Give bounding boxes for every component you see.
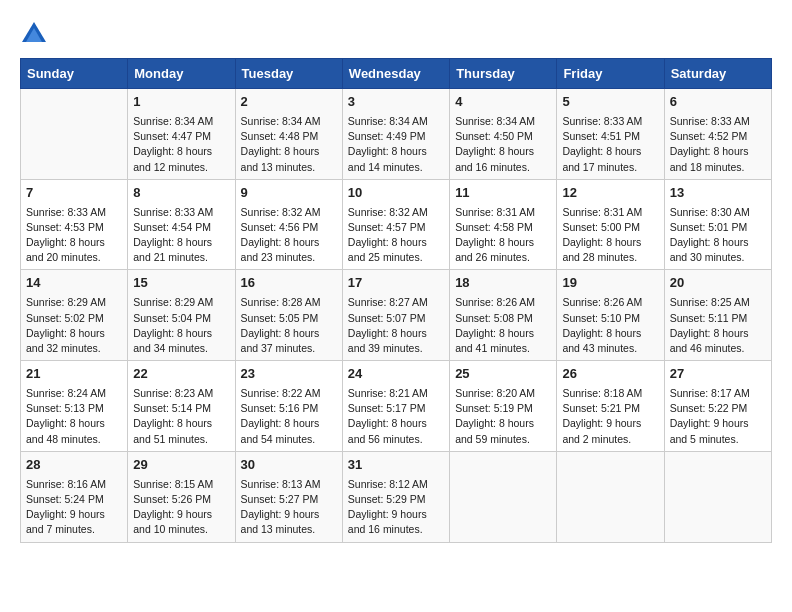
logo <box>20 20 52 48</box>
header-cell-friday: Friday <box>557 59 664 89</box>
calendar-cell <box>664 451 771 542</box>
day-info: Sunrise: 8:22 AM Sunset: 5:16 PM Dayligh… <box>241 386 337 447</box>
day-number: 22 <box>133 365 229 384</box>
calendar-cell: 28Sunrise: 8:16 AM Sunset: 5:24 PM Dayli… <box>21 451 128 542</box>
day-info: Sunrise: 8:29 AM Sunset: 5:04 PM Dayligh… <box>133 295 229 356</box>
day-number: 25 <box>455 365 551 384</box>
calendar-cell: 10Sunrise: 8:32 AM Sunset: 4:57 PM Dayli… <box>342 179 449 270</box>
header-cell-monday: Monday <box>128 59 235 89</box>
calendar-table: SundayMondayTuesdayWednesdayThursdayFrid… <box>20 58 772 543</box>
calendar-cell: 12Sunrise: 8:31 AM Sunset: 5:00 PM Dayli… <box>557 179 664 270</box>
header-cell-wednesday: Wednesday <box>342 59 449 89</box>
day-info: Sunrise: 8:13 AM Sunset: 5:27 PM Dayligh… <box>241 477 337 538</box>
calendar-cell: 8Sunrise: 8:33 AM Sunset: 4:54 PM Daylig… <box>128 179 235 270</box>
day-info: Sunrise: 8:32 AM Sunset: 4:56 PM Dayligh… <box>241 205 337 266</box>
calendar-cell <box>450 451 557 542</box>
week-row-1: 1Sunrise: 8:34 AM Sunset: 4:47 PM Daylig… <box>21 89 772 180</box>
calendar-cell: 4Sunrise: 8:34 AM Sunset: 4:50 PM Daylig… <box>450 89 557 180</box>
day-number: 16 <box>241 274 337 293</box>
calendar-cell: 20Sunrise: 8:25 AM Sunset: 5:11 PM Dayli… <box>664 270 771 361</box>
day-info: Sunrise: 8:34 AM Sunset: 4:47 PM Dayligh… <box>133 114 229 175</box>
calendar-cell: 11Sunrise: 8:31 AM Sunset: 4:58 PM Dayli… <box>450 179 557 270</box>
day-number: 1 <box>133 93 229 112</box>
day-number: 11 <box>455 184 551 203</box>
header-cell-thursday: Thursday <box>450 59 557 89</box>
day-info: Sunrise: 8:25 AM Sunset: 5:11 PM Dayligh… <box>670 295 766 356</box>
day-number: 6 <box>670 93 766 112</box>
day-info: Sunrise: 8:33 AM Sunset: 4:53 PM Dayligh… <box>26 205 122 266</box>
calendar-cell: 18Sunrise: 8:26 AM Sunset: 5:08 PM Dayli… <box>450 270 557 361</box>
calendar-cell: 29Sunrise: 8:15 AM Sunset: 5:26 PM Dayli… <box>128 451 235 542</box>
day-number: 26 <box>562 365 658 384</box>
day-info: Sunrise: 8:34 AM Sunset: 4:49 PM Dayligh… <box>348 114 444 175</box>
day-info: Sunrise: 8:34 AM Sunset: 4:50 PM Dayligh… <box>455 114 551 175</box>
day-number: 27 <box>670 365 766 384</box>
day-info: Sunrise: 8:33 AM Sunset: 4:51 PM Dayligh… <box>562 114 658 175</box>
day-number: 30 <box>241 456 337 475</box>
calendar-cell: 27Sunrise: 8:17 AM Sunset: 5:22 PM Dayli… <box>664 361 771 452</box>
calendar-cell: 23Sunrise: 8:22 AM Sunset: 5:16 PM Dayli… <box>235 361 342 452</box>
day-number: 3 <box>348 93 444 112</box>
day-number: 9 <box>241 184 337 203</box>
calendar-cell: 2Sunrise: 8:34 AM Sunset: 4:48 PM Daylig… <box>235 89 342 180</box>
day-info: Sunrise: 8:26 AM Sunset: 5:08 PM Dayligh… <box>455 295 551 356</box>
calendar-header: SundayMondayTuesdayWednesdayThursdayFrid… <box>21 59 772 89</box>
day-number: 20 <box>670 274 766 293</box>
calendar-cell: 6Sunrise: 8:33 AM Sunset: 4:52 PM Daylig… <box>664 89 771 180</box>
day-info: Sunrise: 8:31 AM Sunset: 5:00 PM Dayligh… <box>562 205 658 266</box>
day-info: Sunrise: 8:33 AM Sunset: 4:52 PM Dayligh… <box>670 114 766 175</box>
day-info: Sunrise: 8:18 AM Sunset: 5:21 PM Dayligh… <box>562 386 658 447</box>
calendar-cell: 1Sunrise: 8:34 AM Sunset: 4:47 PM Daylig… <box>128 89 235 180</box>
day-number: 4 <box>455 93 551 112</box>
day-number: 19 <box>562 274 658 293</box>
calendar-body: 1Sunrise: 8:34 AM Sunset: 4:47 PM Daylig… <box>21 89 772 543</box>
day-number: 23 <box>241 365 337 384</box>
day-info: Sunrise: 8:17 AM Sunset: 5:22 PM Dayligh… <box>670 386 766 447</box>
day-number: 7 <box>26 184 122 203</box>
day-info: Sunrise: 8:27 AM Sunset: 5:07 PM Dayligh… <box>348 295 444 356</box>
calendar-cell: 19Sunrise: 8:26 AM Sunset: 5:10 PM Dayli… <box>557 270 664 361</box>
calendar-cell: 24Sunrise: 8:21 AM Sunset: 5:17 PM Dayli… <box>342 361 449 452</box>
day-info: Sunrise: 8:34 AM Sunset: 4:48 PM Dayligh… <box>241 114 337 175</box>
header-cell-saturday: Saturday <box>664 59 771 89</box>
day-number: 24 <box>348 365 444 384</box>
week-row-2: 7Sunrise: 8:33 AM Sunset: 4:53 PM Daylig… <box>21 179 772 270</box>
day-info: Sunrise: 8:31 AM Sunset: 4:58 PM Dayligh… <box>455 205 551 266</box>
calendar-cell: 13Sunrise: 8:30 AM Sunset: 5:01 PM Dayli… <box>664 179 771 270</box>
day-info: Sunrise: 8:30 AM Sunset: 5:01 PM Dayligh… <box>670 205 766 266</box>
calendar-cell: 3Sunrise: 8:34 AM Sunset: 4:49 PM Daylig… <box>342 89 449 180</box>
calendar-cell: 9Sunrise: 8:32 AM Sunset: 4:56 PM Daylig… <box>235 179 342 270</box>
calendar-cell: 21Sunrise: 8:24 AM Sunset: 5:13 PM Dayli… <box>21 361 128 452</box>
day-number: 14 <box>26 274 122 293</box>
day-info: Sunrise: 8:15 AM Sunset: 5:26 PM Dayligh… <box>133 477 229 538</box>
day-info: Sunrise: 8:29 AM Sunset: 5:02 PM Dayligh… <box>26 295 122 356</box>
day-number: 12 <box>562 184 658 203</box>
week-row-5: 28Sunrise: 8:16 AM Sunset: 5:24 PM Dayli… <box>21 451 772 542</box>
calendar-cell: 30Sunrise: 8:13 AM Sunset: 5:27 PM Dayli… <box>235 451 342 542</box>
day-info: Sunrise: 8:16 AM Sunset: 5:24 PM Dayligh… <box>26 477 122 538</box>
calendar-cell <box>21 89 128 180</box>
page-header <box>20 20 772 48</box>
calendar-cell: 5Sunrise: 8:33 AM Sunset: 4:51 PM Daylig… <box>557 89 664 180</box>
day-info: Sunrise: 8:23 AM Sunset: 5:14 PM Dayligh… <box>133 386 229 447</box>
day-info: Sunrise: 8:20 AM Sunset: 5:19 PM Dayligh… <box>455 386 551 447</box>
calendar-cell: 7Sunrise: 8:33 AM Sunset: 4:53 PM Daylig… <box>21 179 128 270</box>
day-number: 31 <box>348 456 444 475</box>
calendar-cell: 17Sunrise: 8:27 AM Sunset: 5:07 PM Dayli… <box>342 270 449 361</box>
day-number: 5 <box>562 93 658 112</box>
day-number: 10 <box>348 184 444 203</box>
day-info: Sunrise: 8:24 AM Sunset: 5:13 PM Dayligh… <box>26 386 122 447</box>
calendar-cell: 31Sunrise: 8:12 AM Sunset: 5:29 PM Dayli… <box>342 451 449 542</box>
day-number: 21 <box>26 365 122 384</box>
calendar-cell: 14Sunrise: 8:29 AM Sunset: 5:02 PM Dayli… <box>21 270 128 361</box>
calendar-cell: 16Sunrise: 8:28 AM Sunset: 5:05 PM Dayli… <box>235 270 342 361</box>
week-row-3: 14Sunrise: 8:29 AM Sunset: 5:02 PM Dayli… <box>21 270 772 361</box>
day-number: 29 <box>133 456 229 475</box>
day-info: Sunrise: 8:32 AM Sunset: 4:57 PM Dayligh… <box>348 205 444 266</box>
logo-icon <box>20 20 48 48</box>
day-info: Sunrise: 8:12 AM Sunset: 5:29 PM Dayligh… <box>348 477 444 538</box>
day-number: 15 <box>133 274 229 293</box>
day-number: 28 <box>26 456 122 475</box>
day-info: Sunrise: 8:28 AM Sunset: 5:05 PM Dayligh… <box>241 295 337 356</box>
day-number: 13 <box>670 184 766 203</box>
